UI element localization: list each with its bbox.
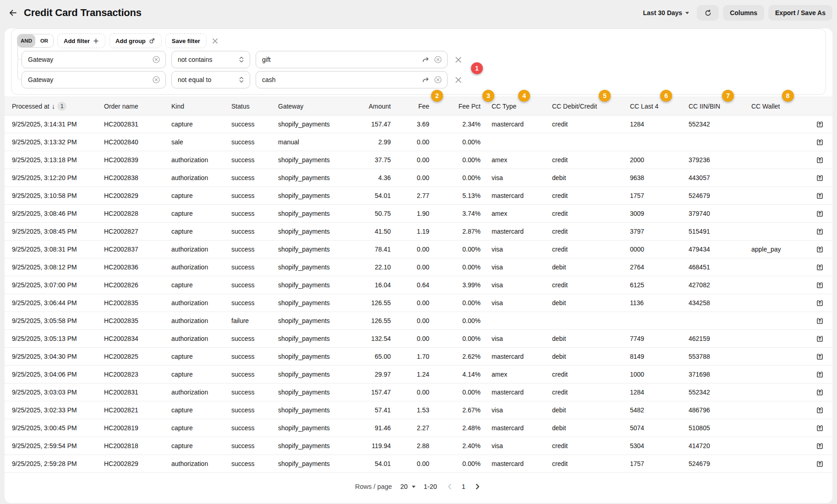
cell-cc-debit-credit: credit (547, 383, 624, 401)
cell-fee-pct: 3.99% (435, 276, 486, 294)
table-row: 9/25/2025, 3:08:31 PM HC2002837 authoriz… (5, 241, 832, 258)
cell-amount: 132.54 (348, 330, 396, 348)
open-transaction-button[interactable] (813, 315, 826, 327)
refresh-button[interactable] (697, 5, 719, 21)
cell-fee-pct: 4.14% (435, 366, 486, 383)
column-header-fee[interactable]: Fee 2 (396, 97, 435, 115)
apply-redo-icon[interactable] (422, 77, 430, 83)
column-header-cc-wallet[interactable]: CC Wallet 8 (746, 97, 808, 115)
cell-amount: 157.47 (348, 115, 396, 133)
column-header-gateway[interactable]: Gateway (273, 97, 348, 115)
add-group-icon (149, 38, 155, 44)
cell-cc-type: amex (486, 205, 547, 223)
filter-operator-select[interactable]: not contains (171, 51, 250, 68)
open-transaction-button[interactable] (813, 261, 826, 273)
next-page-button[interactable] (473, 482, 482, 491)
open-transaction-button[interactable] (813, 297, 826, 309)
clear-value-icon[interactable] (434, 55, 442, 64)
open-transaction-button[interactable] (813, 172, 826, 184)
column-header-cc-iin-bin[interactable]: CC IIN/BIN 7 (683, 97, 746, 115)
open-in-new-icon (815, 156, 824, 164)
open-transaction-button[interactable] (813, 136, 826, 148)
save-filter-button[interactable]: Save filter (165, 33, 207, 48)
open-transaction-button[interactable] (813, 154, 826, 166)
cell-cc-type: visa (486, 169, 547, 187)
remove-filter-row-button[interactable] (453, 75, 464, 85)
column-header-cc-type[interactable]: CC Type 4 (486, 97, 547, 115)
cell-cc-iin-bin: 379236 (683, 151, 746, 169)
open-transaction-button[interactable] (813, 368, 826, 380)
apply-redo-icon[interactable] (422, 56, 430, 63)
open-transaction-button[interactable] (813, 208, 826, 219)
filter-operator-value: not equal to (178, 76, 211, 83)
cell-cc-type: visa (486, 241, 547, 258)
filter-operator-select[interactable]: not equal to (171, 71, 250, 88)
filter-field-select[interactable]: Gateway (22, 51, 166, 68)
open-transaction-button[interactable] (813, 190, 826, 202)
date-range-dropdown[interactable]: Last 30 Days (640, 9, 693, 16)
cell-order-name: HC2002840 (98, 133, 166, 151)
filter-value-input[interactable]: gift (256, 51, 448, 68)
cell-gateway: shopify_payments (273, 205, 348, 223)
cell-amount: 65.00 (348, 348, 396, 366)
cell-cc-type: visa (486, 294, 547, 312)
cell-cc-debit-credit (547, 133, 624, 151)
filter-field-value: Gateway (28, 76, 53, 83)
cell-cc-type: amex (486, 366, 547, 383)
add-filter-button[interactable]: Add filter (57, 33, 105, 48)
cell-amount: 126.55 (348, 312, 396, 330)
or-toggle-button[interactable]: OR (35, 34, 53, 47)
chevrons-up-down-icon (238, 56, 245, 63)
back-button[interactable] (6, 6, 19, 19)
open-transaction-button[interactable] (813, 225, 826, 237)
add-group-button[interactable]: Add group (109, 33, 162, 48)
cell-order-name: HC2002835 (98, 294, 166, 312)
filter-field-select[interactable]: Gateway (22, 71, 166, 88)
open-transaction-button[interactable] (813, 118, 826, 130)
column-header-actions (808, 97, 832, 115)
prev-page-button[interactable] (445, 482, 454, 491)
filter-value-text: cash (262, 76, 276, 83)
rows-per-page-select[interactable]: 20 (400, 483, 416, 490)
open-transaction-button[interactable] (813, 333, 826, 345)
column-header-cc-last-4[interactable]: CC Last 4 6 (624, 97, 683, 115)
columns-button[interactable]: Columns (723, 5, 764, 21)
cell-status: success (226, 115, 273, 133)
cell-cc-last-4 (624, 312, 683, 330)
column-header-status[interactable]: Status (226, 97, 273, 115)
column-header-processed-at[interactable]: Processed at ↓ 1 (5, 97, 98, 115)
open-transaction-button[interactable] (813, 279, 826, 291)
cell-cc-debit-credit: debit (547, 294, 624, 312)
export-save-as-button[interactable]: Export / Save As (768, 5, 832, 21)
column-header-amount[interactable]: Amount (348, 97, 396, 115)
open-in-new-icon (815, 227, 824, 236)
cell-fee: 0.00 (396, 330, 435, 348)
open-transaction-button[interactable] (813, 404, 826, 416)
filter-row: Gateway not equal to cash (22, 71, 820, 88)
column-header-kind[interactable]: Kind (166, 97, 226, 115)
annotation-badge-1: 1 (471, 62, 483, 74)
column-header-order-name[interactable]: Order name (98, 97, 166, 115)
column-header-cc-debit-credit[interactable]: CC Debit/Credit 5 (547, 97, 624, 115)
cell-cc-last-4: 6125 (624, 276, 683, 294)
column-header-fee-pct[interactable]: Fee Pct 3 (435, 97, 486, 115)
open-transaction-button[interactable] (813, 351, 826, 362)
open-transaction-button[interactable] (813, 243, 826, 255)
clear-field-icon[interactable] (152, 55, 160, 64)
filter-value-input[interactable]: cash (256, 71, 448, 88)
remove-filter-row-button[interactable] (453, 55, 464, 65)
filter-card: AND OR Add filter Add group Save filter (11, 28, 826, 95)
cell-actions (808, 401, 832, 419)
clear-value-icon[interactable] (434, 76, 442, 84)
clear-field-icon[interactable] (152, 76, 160, 84)
cell-actions (808, 383, 832, 401)
transactions-table: Processed at ↓ 1 Order name Kind Status … (5, 97, 832, 473)
open-transaction-button[interactable] (813, 386, 826, 398)
open-transaction-button[interactable] (813, 458, 826, 470)
clear-filters-button[interactable] (210, 36, 220, 46)
cell-kind: authorization (166, 383, 226, 401)
open-transaction-button[interactable] (813, 422, 826, 434)
cell-fee-pct: 0.00% (435, 330, 486, 348)
open-in-new-icon (815, 120, 824, 129)
open-transaction-button[interactable] (813, 440, 826, 452)
